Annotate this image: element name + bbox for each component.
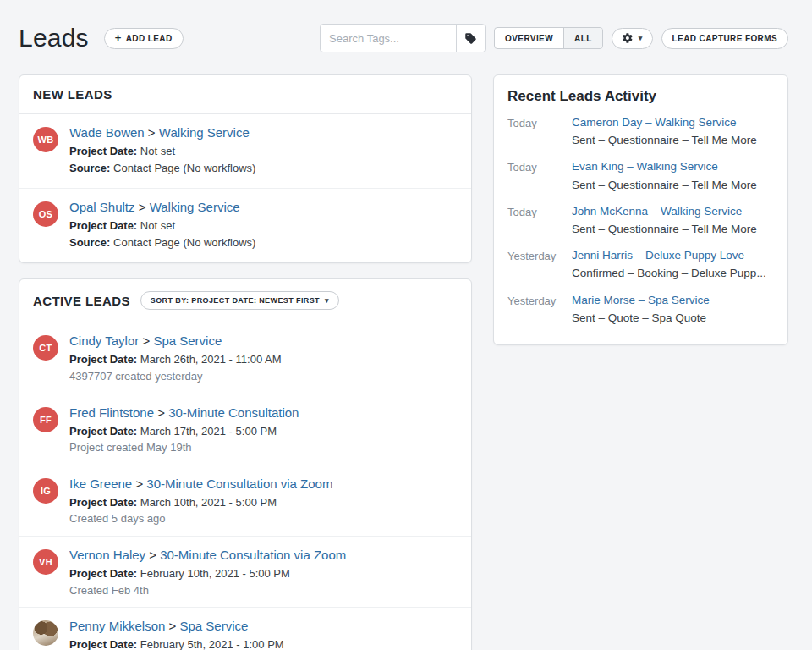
sort-by-label: SORT BY: PROJECT DATE: NEWEST FIRST — [151, 296, 320, 305]
project-date-label: Project Date: — [69, 567, 137, 580]
lead-avatar: WB — [33, 127, 58, 152]
separator: > — [135, 476, 143, 491]
lead-service-link[interactable]: 30-Minute Consultation via Zoom — [160, 548, 346, 562]
project-date-value: Not set — [140, 219, 175, 232]
project-date-line: Project Date: February 10th, 2021 - 5:00… — [69, 567, 346, 581]
lead-row: FF Fred Flintstone > 30-Minute Consultat… — [19, 394, 471, 465]
source-label: Source: — [69, 162, 110, 174]
activity-content: John McKenna – Walking Service Sent – Qu… — [572, 205, 757, 236]
view-segmented-control: OVERVIEW ALL — [494, 27, 603, 49]
project-date-value: March 17th, 2021 - 5:00 PM — [140, 425, 277, 438]
lead-service-link[interactable]: Spa Service — [180, 619, 249, 633]
activity-when: Yesterday — [508, 249, 572, 280]
lead-name-link[interactable]: Opal Shultz — [69, 200, 135, 214]
lead-row: IG Ike Greene > 30-Minute Consultation v… — [19, 465, 471, 537]
lead-service-link[interactable]: 30-Minute Consultation via Zoom — [146, 476, 332, 491]
plus-icon: + — [115, 32, 122, 43]
search-tags-box — [320, 24, 486, 52]
project-date-label: Project Date: — [69, 496, 137, 509]
lead-name-link[interactable]: Penny Mikkelson — [69, 619, 165, 633]
search-tags-input[interactable] — [321, 25, 456, 52]
lead-info: Opal Shultz > Walking Service Project Da… — [69, 200, 255, 252]
activity-detail: Sent – Quote – Spa Quote — [572, 311, 710, 325]
chevron-down-icon: ▾ — [325, 297, 329, 305]
separator: > — [149, 548, 156, 562]
lead-note: 4397707 created yesterday — [69, 370, 282, 383]
recent-activity-card: Recent Leads Activity Today Cameron Day … — [493, 74, 788, 345]
source-line: Source: Contact Page (No workflows) — [69, 236, 255, 250]
activity-row: Today Cameron Day – Walking Service Sent… — [494, 116, 787, 147]
activity-content: Evan King – Walking Service Sent – Quest… — [572, 160, 757, 191]
top-bar: Leads + ADD LEAD OVERVIEW ALL — [19, 14, 788, 63]
activity-content: Cameron Day – Walking Service Sent – Que… — [572, 116, 757, 147]
lead-name-link[interactable]: Vernon Haley — [69, 548, 145, 562]
lead-title-line: Fred Flintstone > 30-Minute Consultation — [69, 405, 299, 421]
settings-dropdown-button[interactable]: ▾ — [612, 28, 653, 49]
gear-icon — [622, 32, 634, 44]
active-leads-card: ACTIVE LEADS SORT BY: PROJECT DATE: NEWE… — [19, 278, 472, 650]
project-date-line: Project Date: March 17th, 2021 - 5:00 PM — [69, 425, 299, 438]
separator: > — [157, 405, 165, 420]
lead-info: Wade Bowen > Walking Service Project Dat… — [69, 125, 255, 178]
activity-link[interactable]: Cameron Day – Walking Service — [572, 116, 757, 129]
project-date-line: Project Date: February 5th, 2021 - 1:00 … — [69, 638, 284, 650]
recent-activity-title: Recent Leads Activity — [494, 75, 787, 116]
tab-all[interactable]: ALL — [563, 28, 602, 48]
lead-avatar: FF — [33, 407, 58, 432]
leads-column: NEW LEADS WB Wade Bowen > Walking Servic… — [19, 74, 472, 650]
lead-title-line: Penny Mikkelson > Spa Service — [69, 619, 284, 634]
lead-info: Vernon Haley > 30-Minute Consultation vi… — [69, 548, 346, 597]
activity-link[interactable]: Marie Morse – Spa Service — [572, 294, 710, 307]
project-date-label: Project Date: — [69, 638, 137, 650]
project-date-value: Not set — [140, 145, 175, 157]
activity-content: Marie Morse – Spa Service Sent – Quote –… — [572, 294, 710, 325]
activity-link[interactable]: John McKenna – Walking Service — [572, 205, 757, 218]
lead-row: VH Vernon Haley > 30-Minute Consultation… — [19, 537, 471, 608]
source-line: Source: Contact Page (No workflows) — [69, 162, 255, 175]
lead-service-link[interactable]: Walking Service — [159, 125, 250, 140]
lead-info: Cindy Taylor > Spa Service Project Date:… — [69, 333, 282, 383]
project-date-label: Project Date: — [69, 219, 137, 232]
project-date-label: Project Date: — [69, 145, 137, 157]
lead-name-link[interactable]: Ike Greene — [69, 476, 132, 491]
lead-service-link[interactable]: Spa Service — [153, 333, 222, 348]
activity-link[interactable]: Jenni Harris – Deluxe Puppy Love — [572, 249, 766, 262]
project-date-value: February 5th, 2021 - 1:00 PM — [140, 638, 284, 650]
lead-avatar-photo-dog — [33, 620, 58, 646]
lead-info: Ike Greene > 30-Minute Consultation via … — [69, 476, 332, 526]
project-date-label: Project Date: — [69, 425, 137, 438]
lead-title-line: Wade Bowen > Walking Service — [69, 125, 255, 140]
project-date-line: Project Date: Not set — [69, 219, 255, 233]
project-date-value: February 10th, 2021 - 5:00 PM — [140, 567, 290, 580]
separator: > — [169, 619, 177, 633]
lead-capture-forms-button[interactable]: LEAD CAPTURE FORMS — [661, 28, 788, 49]
add-lead-button[interactable]: + ADD LEAD — [104, 28, 184, 49]
lead-avatar: OS — [33, 201, 58, 227]
lead-note: Created 5 days ago — [69, 512, 332, 526]
lead-title-line: Opal Shultz > Walking Service — [69, 200, 255, 215]
lead-service-link[interactable]: Walking Service — [150, 200, 240, 214]
lead-row: Penny Mikkelson > Spa Service Project Da… — [19, 608, 471, 650]
separator: > — [139, 200, 146, 214]
activity-when: Today — [508, 160, 572, 191]
lead-name-link[interactable]: Fred Flintstone — [69, 405, 154, 420]
new-leads-card: NEW LEADS WB Wade Bowen > Walking Servic… — [19, 74, 472, 263]
lead-name-link[interactable]: Wade Bowen — [69, 125, 145, 140]
source-value: Contact Page (No workflows) — [113, 162, 255, 174]
lead-service-link[interactable]: 30-Minute Consultation — [168, 405, 299, 420]
tab-overview[interactable]: OVERVIEW — [495, 28, 563, 48]
lead-info: Penny Mikkelson > Spa Service Project Da… — [69, 619, 284, 650]
lead-row: WB Wade Bowen > Walking Service Project … — [19, 114, 471, 189]
leads-page: Leads + ADD LEAD OVERVIEW ALL — [0, 0, 812, 650]
tag-filter-button[interactable] — [456, 25, 485, 52]
lead-info: Fred Flintstone > 30-Minute Consultation… — [69, 405, 299, 454]
activity-when: Yesterday — [508, 294, 572, 325]
lead-note: Created Feb 4th — [69, 584, 346, 598]
lead-name-link[interactable]: Cindy Taylor — [69, 333, 139, 348]
activity-row: Yesterday Marie Morse – Spa Service Sent… — [494, 294, 787, 325]
activity-link[interactable]: Evan King – Walking Service — [572, 160, 757, 174]
sort-by-button[interactable]: SORT BY: PROJECT DATE: NEWEST FIRST ▾ — [140, 291, 339, 310]
activity-row: Yesterday Jenni Harris – Deluxe Puppy Lo… — [494, 249, 787, 280]
source-label: Source: — [69, 236, 110, 249]
project-date-value: March 10th, 2021 - 5:00 PM — [140, 496, 277, 509]
